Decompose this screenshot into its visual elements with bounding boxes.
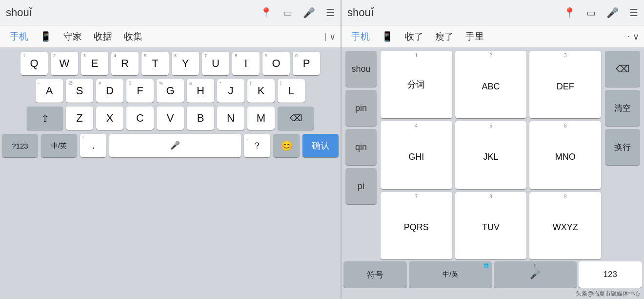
key-emoji[interactable]: 😊 bbox=[273, 134, 300, 157]
left-topbar: shouǐ 📍 ▭ 🎤 ☰ bbox=[0, 0, 341, 25]
bottom-symbol[interactable]: 符号 bbox=[343, 261, 407, 288]
right-topbar: shouǐ 📍 ▭ 🎤 ☰ bbox=[342, 0, 644, 25]
mic-icon-right[interactable]: 🎤 bbox=[606, 7, 619, 19]
r-suggestion-phone-icon[interactable]: 📱 bbox=[377, 29, 398, 44]
key-I[interactable]: 8I bbox=[232, 52, 260, 75]
suggestion-expand[interactable]: | ∨ bbox=[324, 31, 336, 42]
key-U[interactable]: 7U bbox=[202, 52, 229, 75]
bottom-mic[interactable]: 0 🎤 bbox=[494, 261, 577, 288]
key-comma[interactable]: !， bbox=[80, 134, 106, 157]
key-E[interactable]: 3E bbox=[81, 52, 108, 75]
key-row-1: 1Q 2W 3E 4R 5T 6Y 7U 8I 9O 0P bbox=[2, 52, 339, 75]
phone-key-fenci[interactable]: 1分词 bbox=[381, 51, 452, 118]
key-W[interactable]: 2W bbox=[51, 52, 78, 75]
phone-row-3: 7PQRS 8TUV 9WXYZ bbox=[381, 192, 601, 259]
key-Z[interactable]: Z bbox=[66, 107, 93, 130]
pipe-icon: | bbox=[324, 31, 326, 42]
right-topbar-icons: 📍 ▭ 🎤 ☰ bbox=[564, 7, 638, 19]
key-K[interactable]: (K bbox=[247, 79, 275, 103]
suggestion-0[interactable]: 手机 bbox=[5, 28, 33, 45]
action-clear[interactable]: 清空 bbox=[605, 90, 640, 126]
key-123[interactable]: ?123 bbox=[2, 134, 38, 157]
key-B[interactable]: B bbox=[187, 107, 214, 130]
key-N[interactable]: N bbox=[217, 107, 244, 130]
phone-grid: 1分词 2ABC 3DEF 4GHI 5JKL 6MNO 7PQRS 8TUV … bbox=[381, 51, 601, 259]
key-R[interactable]: 4R bbox=[111, 52, 139, 75]
r-suggestion-3[interactable]: 手里 bbox=[461, 28, 489, 45]
pinyin-qin[interactable]: qin bbox=[345, 129, 377, 165]
r-suggestion-2[interactable]: 瘦了 bbox=[430, 28, 459, 45]
key-Q[interactable]: 1Q bbox=[20, 52, 48, 75]
left-input-text: shouǐ bbox=[6, 6, 32, 19]
phone-key-mno[interactable]: 6MNO bbox=[529, 121, 601, 189]
action-column: ⌫ 清空 换行 bbox=[603, 51, 642, 259]
phone-key-jkl[interactable]: 5JKL bbox=[455, 121, 527, 189]
key-L[interactable]: )L bbox=[278, 79, 305, 103]
key-G[interactable]: %G bbox=[157, 79, 184, 103]
bottom-123[interactable]: 123 bbox=[579, 261, 642, 288]
suggestion-1[interactable]: 守家 bbox=[59, 28, 87, 45]
right-keyboard: shouǐ 📍 ▭ 🎤 ☰ 手机 📱 收了 瘦了 手里 · ∨ shou pin… bbox=[342, 0, 644, 299]
key-A[interactable]: -A bbox=[36, 79, 63, 103]
left-suggestion-bar: 手机 📱 守家 收据 收集 | ∨ bbox=[0, 25, 341, 48]
suggestion-3[interactable]: 收集 bbox=[119, 28, 147, 45]
key-confirm[interactable]: 确认 bbox=[302, 134, 339, 157]
phone-key-pqrs[interactable]: 7PQRS bbox=[381, 192, 452, 259]
key-M[interactable]: M bbox=[247, 107, 275, 130]
left-keys-area: 1Q 2W 3E 4R 5T 6Y 7U 8I 9O 0P -A @S #D $… bbox=[0, 48, 341, 299]
key-T[interactable]: 5T bbox=[141, 52, 169, 75]
key-J[interactable]: *J bbox=[217, 79, 244, 103]
key-question[interactable]: 。？ bbox=[244, 134, 270, 157]
phone-row-1: 1分词 2ABC 3DEF bbox=[381, 51, 601, 118]
pinyin-column: shou pin qin pi bbox=[343, 51, 379, 259]
action-newline[interactable]: 换行 bbox=[605, 129, 640, 165]
window-icon-r[interactable]: ▭ bbox=[586, 7, 596, 19]
r-suggestion-expand[interactable]: · ∨ bbox=[627, 31, 639, 42]
key-V[interactable]: V bbox=[157, 107, 184, 130]
left-topbar-icons: 📍 ▭ 🎤 ☰ bbox=[260, 7, 335, 19]
right-bottom-row: 符号 中/英 🌐 0 🎤 123 bbox=[343, 259, 642, 288]
key-row-2: -A @S #D $F %G &H *J (K )L bbox=[2, 79, 339, 103]
pinyin-pi[interactable]: pi bbox=[345, 168, 377, 204]
bottom-lang[interactable]: 中/英 🌐 bbox=[409, 261, 492, 288]
right-input-text: shouǐ bbox=[347, 6, 374, 19]
key-shift[interactable]: ⇧ bbox=[27, 107, 63, 130]
left-keyboard: shouǐ 📍 ▭ 🎤 ☰ 手机 📱 守家 收据 收集 | ∨ 1Q 2W 3E… bbox=[0, 0, 341, 299]
key-O[interactable]: 9O bbox=[262, 52, 290, 75]
r-suggestion-0[interactable]: 手机 bbox=[346, 28, 375, 45]
r-chevron-down-icon[interactable]: ∨ bbox=[633, 31, 639, 42]
action-backspace[interactable]: ⌫ bbox=[605, 51, 640, 87]
pinyin-shou[interactable]: shou bbox=[345, 51, 377, 87]
phone-key-ghi[interactable]: 4GHI bbox=[381, 121, 452, 189]
window-icon[interactable]: ▭ bbox=[283, 7, 292, 19]
key-space[interactable]: 🎤 bbox=[109, 134, 241, 157]
key-row-4: ?123 中/英 !， 🎤 。？ 😊 确认 bbox=[2, 134, 339, 157]
phone-row-2: 4GHI 5JKL 6MNO bbox=[381, 121, 601, 189]
key-H[interactable]: &H bbox=[187, 79, 214, 103]
suggestion-2[interactable]: 收据 bbox=[89, 28, 117, 45]
key-D[interactable]: #D bbox=[96, 79, 123, 103]
key-P[interactable]: 0P bbox=[293, 52, 320, 75]
chevron-down-icon[interactable]: ∨ bbox=[329, 31, 336, 42]
watermark: 头条@临夏市融媒体中心 bbox=[342, 289, 644, 299]
key-lang[interactable]: 中/英 bbox=[41, 134, 77, 157]
pinyin-pin[interactable]: pin bbox=[345, 90, 377, 126]
key-S[interactable]: @S bbox=[66, 79, 93, 103]
key-F[interactable]: $F bbox=[126, 79, 154, 103]
location-icon-r[interactable]: 📍 bbox=[564, 7, 576, 19]
mic-icon-left[interactable]: 🎤 bbox=[303, 7, 315, 19]
key-backspace[interactable]: ⌫ bbox=[278, 107, 314, 130]
key-C[interactable]: C bbox=[126, 107, 154, 130]
phone-key-abc[interactable]: 2ABC bbox=[455, 51, 527, 118]
key-X[interactable]: X bbox=[96, 107, 123, 130]
key-Y[interactable]: 6Y bbox=[172, 52, 199, 75]
right-suggestion-bar: 手机 📱 收了 瘦了 手里 · ∨ bbox=[342, 25, 644, 48]
suggestion-phone-icon[interactable]: 📱 bbox=[35, 29, 57, 44]
menu-icon-left[interactable]: ☰ bbox=[326, 7, 335, 19]
r-suggestion-1[interactable]: 收了 bbox=[400, 28, 428, 45]
phone-key-def[interactable]: 3DEF bbox=[529, 51, 601, 118]
location-icon[interactable]: 📍 bbox=[260, 7, 272, 19]
menu-icon-right[interactable]: ☰ bbox=[629, 7, 638, 19]
phone-key-tuv[interactable]: 8TUV bbox=[455, 192, 527, 259]
phone-key-wxyz[interactable]: 9WXYZ bbox=[529, 192, 601, 259]
